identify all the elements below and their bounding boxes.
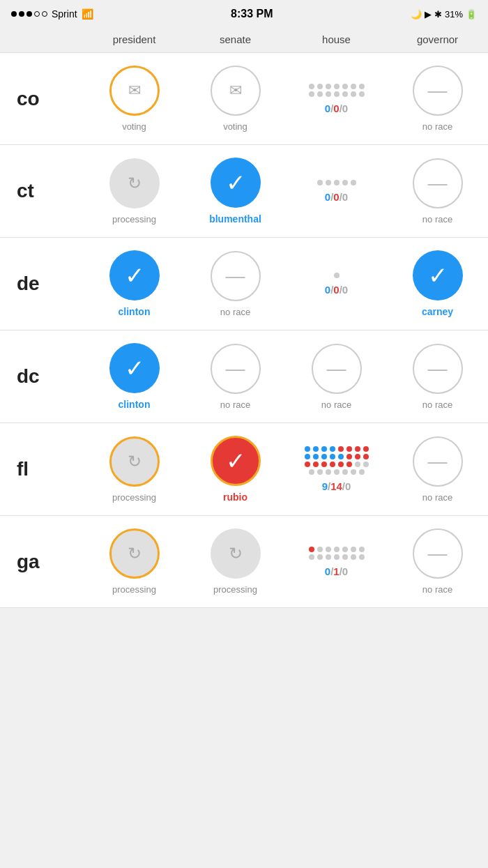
cell-ga-senate: ↻ processing (185, 528, 286, 595)
label-dc-house: no race (321, 399, 351, 410)
dot-grid-ga-house (309, 547, 365, 560)
label-ga-senate: processing (213, 584, 257, 595)
cell-fl-house: 9/14/0 (286, 446, 387, 492)
circle-ga-governor: — (413, 528, 463, 579)
dash-dc-house: — (327, 359, 346, 379)
dash-dc-governor: — (428, 359, 448, 379)
label-ga-house: 0/1/0 (325, 565, 348, 577)
circle-fl-governor: — (413, 436, 463, 487)
cell-de-house: 0/0/0 (286, 273, 387, 296)
status-right: 🌙 ▶ ✱ 31% 🔋 (411, 9, 477, 20)
header-house: house (286, 33, 387, 45)
header-senate: senate (185, 33, 286, 45)
circle-de-senate: — (211, 251, 261, 301)
label-ga-president: processing (112, 584, 156, 595)
location-icon: ▶ (425, 9, 432, 20)
dash-ga-governor: — (428, 544, 448, 563)
cell-ct-senate: ✓ blumenthal (185, 158, 286, 224)
header-governor: governor (387, 33, 488, 45)
refresh-icon-ga-president: ↻ (128, 544, 142, 563)
circle-dc-house: — (312, 344, 362, 394)
state-row-dc: dc ✓ clinton — no race — no race — no ra… (0, 330, 488, 423)
signal-dot-4 (34, 11, 40, 17)
signal-dot-1 (11, 11, 17, 17)
cell-co-governor: — no race (387, 66, 488, 132)
single-dot-de-house (334, 273, 340, 278)
cell-fl-president: ↻ processing (84, 436, 185, 503)
label-dc-governor: no race (422, 399, 452, 410)
label-de-president: clinton (119, 306, 151, 317)
cell-de-governor: ✓ carney (387, 250, 488, 317)
state-row-ct: ct ↻ processing ✓ blumenthal 0/0/0 (0, 145, 488, 238)
bluetooth-icon: ✱ (434, 9, 442, 20)
signal-dot-5 (42, 11, 47, 17)
label-ga-governor: no race (422, 584, 452, 595)
header-state (0, 33, 84, 45)
cell-dc-president: ✓ clinton (84, 343, 185, 410)
circle-ct-senate: ✓ (211, 158, 261, 208)
cell-dc-governor: — no race (387, 344, 488, 410)
wifi-icon: 📶 (82, 8, 93, 20)
circle-de-governor: ✓ (413, 250, 463, 300)
label-fl-president: processing (112, 492, 156, 503)
refresh-icon-ct-president: ↻ (128, 174, 142, 193)
dot-grid-co-house (309, 84, 365, 97)
cell-ct-president: ↻ processing (84, 158, 185, 224)
label-ct-senate: blumenthal (209, 213, 261, 224)
label-de-senate: no race (220, 307, 250, 317)
battery-icon: 🔋 (466, 9, 477, 20)
label-fl-governor: no race (422, 492, 452, 503)
cell-co-senate: ✉ voting (185, 66, 286, 132)
status-left: Sprint 📶 (11, 8, 93, 20)
label-co-house: 0/0/0 (325, 102, 348, 114)
circle-fl-president: ↻ (109, 436, 160, 487)
cell-fl-governor: — no race (387, 436, 488, 503)
carrier-label: Sprint (52, 8, 77, 20)
circle-co-governor: — (413, 66, 463, 116)
time-label: 8:33 PM (231, 8, 273, 20)
cell-ct-house: 0/0/0 (286, 180, 387, 203)
circle-de-president: ✓ (109, 250, 160, 300)
label-fl-house: 9/14/0 (322, 480, 351, 492)
column-headers: president senate house governor (0, 28, 488, 53)
state-label-fl: fl (0, 458, 84, 480)
ballot-icon-co-senate: ✉ (229, 82, 242, 100)
moon-icon: 🌙 (411, 9, 422, 20)
circle-co-president: ✉ (109, 66, 160, 116)
label-co-governor: no race (422, 121, 452, 132)
cell-ga-governor: — no race (387, 528, 488, 595)
cell-de-president: ✓ clinton (84, 250, 185, 317)
state-row-ga: ga ↻ processing ↻ processing (0, 516, 488, 608)
cell-fl-senate: ✓ rubio (185, 436, 286, 503)
state-row-fl: fl ↻ processing ✓ rubio (0, 423, 488, 516)
check-fl-senate: ✓ (226, 449, 245, 473)
label-de-house: 0/0/0 (325, 284, 348, 296)
signal-dot-3 (26, 11, 32, 17)
label-co-senate: voting (223, 121, 247, 132)
label-fl-senate: rubio (223, 492, 247, 503)
dash-ct-governor: — (428, 174, 448, 193)
label-ct-house: 0/0/0 (325, 191, 348, 203)
circle-ga-senate: ↻ (211, 528, 261, 579)
label-de-governor: carney (422, 306, 453, 317)
header-president: president (84, 33, 185, 45)
battery-label: 31% (445, 9, 463, 20)
circle-dc-president: ✓ (109, 343, 160, 393)
label-co-president: voting (122, 121, 146, 132)
cell-dc-senate: — no race (185, 344, 286, 410)
cell-de-senate: — no race (185, 251, 286, 317)
refresh-icon-ga-senate: ↻ (229, 544, 243, 563)
dash-co-governor: — (428, 81, 448, 100)
label-ct-governor: no race (422, 214, 452, 224)
check-dc-president: ✓ (125, 356, 144, 380)
dash-fl-governor: — (428, 452, 448, 471)
check-de-governor: ✓ (428, 264, 448, 287)
check-de-president: ✓ (125, 264, 144, 287)
state-label-co: co (0, 88, 84, 110)
circle-co-senate: ✉ (211, 66, 261, 116)
circle-ct-governor: — (413, 158, 463, 208)
circle-dc-senate: — (211, 344, 261, 394)
label-dc-president: clinton (119, 399, 151, 410)
dot-grid-ct-house (317, 180, 356, 185)
label-ct-president: processing (112, 214, 156, 224)
